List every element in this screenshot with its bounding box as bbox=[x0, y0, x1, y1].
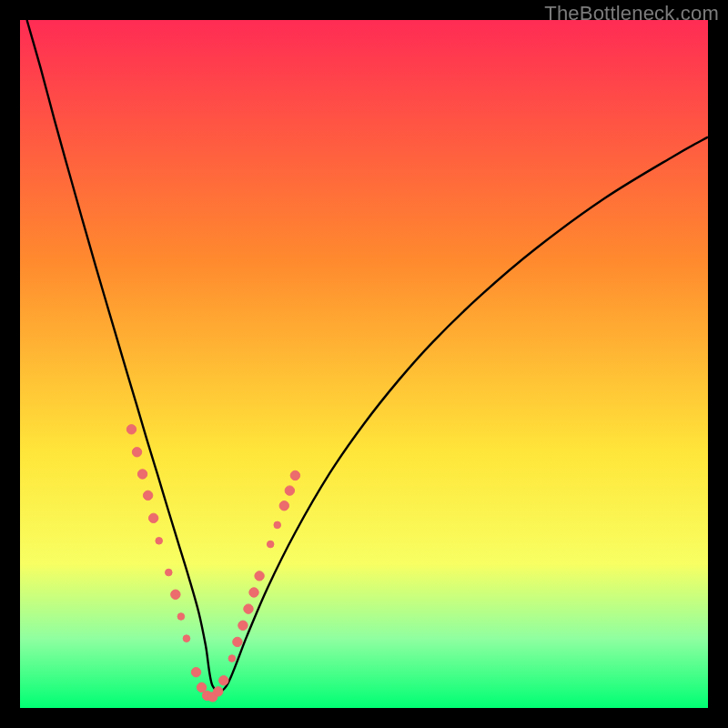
data-marker bbox=[132, 448, 141, 457]
data-marker bbox=[238, 621, 248, 630]
data-marker bbox=[285, 486, 294, 495]
data-marker bbox=[290, 470, 299, 480]
data-marker bbox=[156, 537, 163, 544]
data-marker bbox=[219, 676, 228, 685]
watermark-text: TheBottleneck.com bbox=[544, 2, 719, 25]
gradient-background bbox=[20, 20, 708, 708]
data-marker bbox=[137, 470, 147, 479]
data-marker bbox=[191, 667, 200, 676]
data-marker bbox=[183, 635, 190, 642]
data-marker bbox=[249, 588, 258, 597]
data-marker bbox=[143, 490, 152, 500]
data-marker bbox=[148, 513, 157, 522]
data-marker bbox=[244, 604, 253, 613]
data-marker bbox=[228, 655, 236, 662]
data-marker bbox=[279, 501, 288, 511]
data-marker bbox=[255, 571, 264, 581]
data-marker bbox=[126, 425, 136, 434]
data-marker bbox=[171, 590, 180, 599]
data-marker bbox=[274, 521, 281, 529]
data-marker bbox=[214, 687, 223, 696]
data-marker bbox=[177, 613, 185, 621]
data-marker bbox=[233, 637, 242, 646]
data-marker bbox=[166, 569, 173, 576]
plot-area bbox=[20, 20, 708, 708]
bottleneck-chart bbox=[20, 20, 708, 708]
data-marker bbox=[197, 682, 206, 692]
data-marker bbox=[267, 541, 274, 548]
